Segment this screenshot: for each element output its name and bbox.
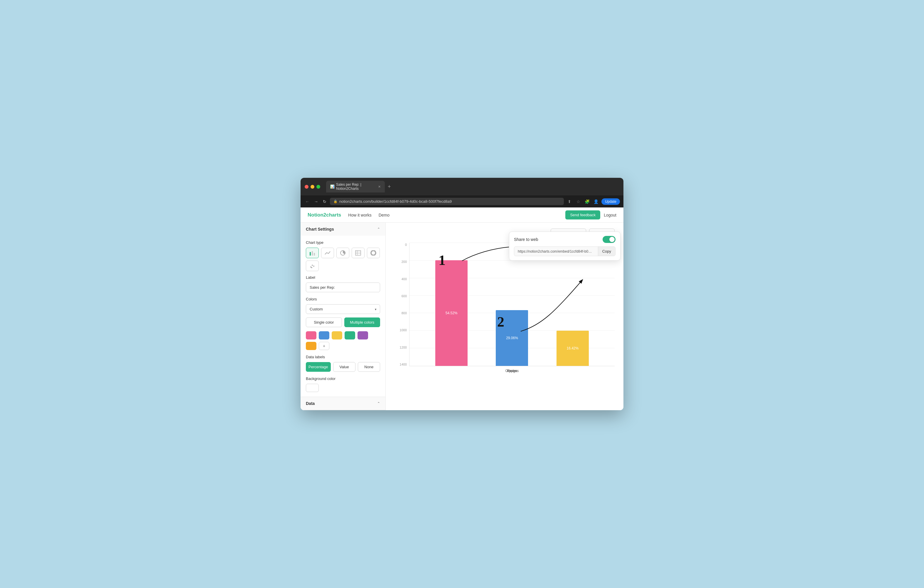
- bar-chart: 1400 1200 1000 800 600 400 200 0: [394, 243, 615, 378]
- bar-pct-oranges: 16.42%: [566, 346, 579, 350]
- address-bar[interactable]: 🔒 notion2charts.com/builder/1ccfd84f-b07…: [330, 198, 564, 205]
- add-color-button[interactable]: +: [319, 342, 329, 350]
- scatter-chart-btn[interactable]: [306, 260, 319, 271]
- y-label-600: 600: [394, 294, 409, 298]
- bars-group: 54.52% Pears 29.06% Apples: [409, 260, 615, 366]
- bar-pct-pears: 54.52%: [446, 311, 458, 315]
- bar-item-apples: 29.06% Apples: [496, 310, 528, 366]
- star-icon[interactable]: ☆: [575, 198, 581, 205]
- nav-icons: ⬆ ☆ 🧩 👤: [566, 198, 599, 205]
- fullscreen-button[interactable]: [317, 185, 320, 189]
- svg-point-9: [372, 252, 375, 254]
- bar-chart-btn[interactable]: [306, 248, 319, 258]
- y-axis: 1400 1200 1000 800 600 400 200 0: [394, 243, 409, 366]
- single-color-button[interactable]: Single color: [306, 318, 342, 327]
- donut-chart-btn[interactable]: [367, 248, 380, 258]
- close-button[interactable]: [305, 185, 309, 189]
- browser-nav: ← → ↻ 🔒 notion2charts.com/builder/1ccfd8…: [300, 195, 624, 208]
- active-tab[interactable]: 📊 Sales per Rep: | Notion2Charts ✕: [326, 181, 385, 193]
- send-feedback-button[interactable]: Send feedback: [565, 210, 600, 219]
- label-input[interactable]: [306, 283, 380, 292]
- tab-close-icon[interactable]: ✕: [378, 185, 381, 189]
- demo-link[interactable]: Demo: [379, 213, 389, 217]
- color-swatches: +: [306, 331, 380, 350]
- data-section-title: Data: [306, 401, 315, 406]
- y-label-400: 400: [394, 277, 409, 281]
- app-content: Notion2charts How it works Demo Send fee…: [300, 208, 624, 410]
- svg-point-11: [312, 265, 313, 266]
- back-button[interactable]: ←: [304, 198, 310, 205]
- color-toggle-group: Single color Multiple colors: [306, 318, 380, 327]
- copy-url-button[interactable]: Copy: [598, 247, 615, 256]
- chart-type-label: Chart type: [306, 240, 380, 245]
- tab-bar: 📊 Sales per Rep: | Notion2Charts ✕ +: [326, 181, 393, 193]
- data-labels-label: Data labels: [306, 355, 380, 359]
- bg-color-label: Background color: [306, 376, 380, 381]
- y-label-1000: 1000: [394, 328, 409, 332]
- lock-icon: 🔒: [333, 199, 338, 203]
- svg-rect-0: [310, 252, 311, 255]
- x-label-oranges: Oranges: [505, 369, 519, 373]
- swatch-teal[interactable]: [345, 331, 355, 339]
- tab-favicon: 📊: [330, 184, 334, 189]
- url-text: notion2charts.com/builder/1ccfd84f-b079-…: [339, 199, 452, 204]
- value-btn[interactable]: Value: [333, 362, 355, 372]
- y-label-200: 200: [394, 260, 409, 264]
- chart-type-grid: [306, 248, 380, 271]
- browser-window: 📊 Sales per Rep: | Notion2Charts ✕ + ← →…: [300, 178, 624, 410]
- y-label-1200: 1200: [394, 346, 409, 349]
- percentage-btn[interactable]: Percentage: [306, 362, 331, 372]
- swatch-blue[interactable]: [319, 331, 329, 339]
- chart-area: Duplicate chart Copy link Share to web h…: [386, 223, 624, 410]
- sidebar: Chart Settings ⌃ Chart type: [300, 223, 386, 410]
- tab-title: Sales per Rep: | Notion2Charts: [336, 183, 375, 191]
- share-toggle[interactable]: [602, 236, 615, 243]
- share-url-row: https://notion2charts.com/embed/1ccfd84f…: [514, 247, 615, 256]
- data-section-header[interactable]: Data ⌃: [300, 397, 385, 410]
- share-icon[interactable]: ⬆: [566, 198, 573, 205]
- bar-item-pears: 54.52% Pears: [435, 260, 468, 366]
- swatch-yellow[interactable]: [332, 331, 342, 339]
- bar-item-oranges: 16.42% Oranges: [556, 331, 589, 366]
- svg-rect-4: [355, 250, 361, 255]
- chart-settings-body: Chart type: [300, 236, 385, 397]
- data-labels-group: Percentage Value None: [306, 362, 380, 372]
- y-label-800: 800: [394, 311, 409, 315]
- bar-pears: 54.52%: [435, 260, 468, 366]
- app-logo[interactable]: Notion2charts: [308, 212, 341, 218]
- swatch-orange[interactable]: [306, 342, 317, 350]
- refresh-button[interactable]: ↻: [322, 198, 328, 205]
- bg-color-swatch[interactable]: [306, 384, 319, 392]
- logout-link[interactable]: Logout: [604, 213, 616, 217]
- multiple-colors-button[interactable]: Multiple colors: [344, 318, 380, 327]
- forward-button[interactable]: →: [313, 198, 319, 205]
- chart-settings-header[interactable]: Chart Settings ⌃: [300, 223, 385, 236]
- data-section-chevron: ⌃: [377, 401, 380, 405]
- update-button[interactable]: Update: [601, 198, 620, 205]
- svg-point-12: [313, 265, 314, 267]
- minimize-button[interactable]: [310, 185, 314, 189]
- extensions-icon[interactable]: 🧩: [584, 198, 590, 205]
- how-it-works-link[interactable]: How it works: [348, 213, 371, 217]
- share-popup: Share to web https://notion2charts.com/e…: [509, 232, 620, 260]
- new-tab-button[interactable]: +: [386, 184, 393, 190]
- table-chart-btn[interactable]: [351, 248, 365, 258]
- chart-settings-title: Chart Settings: [306, 227, 334, 232]
- line-chart-btn[interactable]: [321, 248, 334, 258]
- svg-point-13: [311, 267, 312, 268]
- bar-oranges: 16.42%: [556, 331, 589, 366]
- colors-label: Colors: [306, 297, 380, 301]
- share-popup-header: Share to web: [514, 236, 615, 243]
- profile-icon[interactable]: 👤: [592, 198, 599, 205]
- app-navbar: Notion2charts How it works Demo Send fee…: [300, 208, 624, 223]
- share-url-text: https://notion2charts.com/embed/1ccfd84f…: [514, 247, 596, 256]
- chart-settings-chevron: ⌃: [377, 227, 380, 231]
- swatch-purple[interactable]: [358, 331, 368, 339]
- pie-chart-btn[interactable]: [337, 248, 349, 258]
- none-btn[interactable]: None: [358, 362, 380, 372]
- bar-apples: 29.06%: [496, 310, 528, 366]
- browser-titlebar: 📊 Sales per Rep: | Notion2Charts ✕ +: [300, 178, 624, 195]
- nav-right: Send feedback Logout: [565, 210, 616, 219]
- colors-select[interactable]: Custom Default Pastel Vibrant: [306, 304, 380, 314]
- swatch-pink[interactable]: [306, 331, 317, 339]
